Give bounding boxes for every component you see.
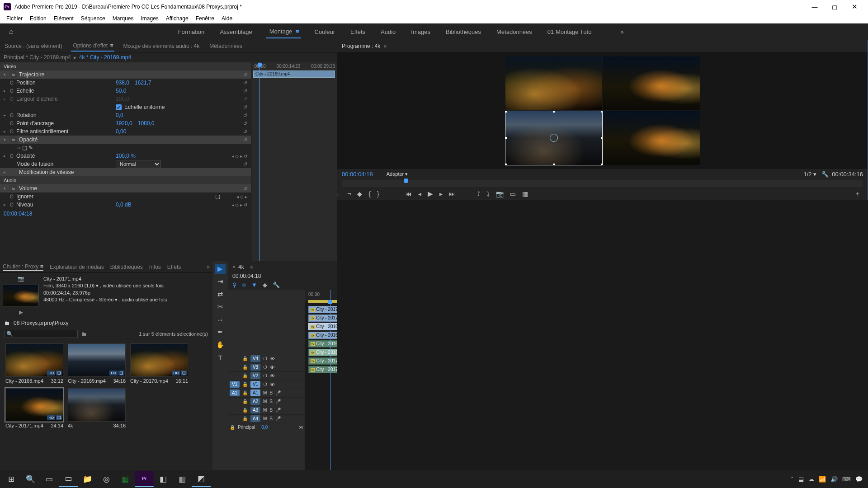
project-thumb[interactable]: HD❏	[5, 343, 63, 377]
sync-lock-icon[interactable]: ❍	[263, 365, 267, 370]
program-tab[interactable]: Programme : 4k ≡	[337, 40, 868, 52]
goto-out-icon[interactable]: }	[377, 190, 379, 197]
audio-track-header[interactable]: 🔒A2MS🎤	[228, 398, 305, 406]
lock-icon[interactable]: 🔒	[242, 408, 248, 413]
stopwatch-icon[interactable]: Ö	[10, 202, 16, 207]
tab-source[interactable]: Source : (sans élément)	[4, 41, 63, 51]
track-target[interactable]: V1	[250, 381, 260, 388]
menu-graphics[interactable]: Images	[137, 14, 162, 23]
track-target[interactable]: V4	[250, 355, 260, 362]
step-back-icon[interactable]: ◂	[418, 190, 421, 197]
sequence-tab[interactable]: 4k	[238, 264, 244, 270]
play-button[interactable]: ▶	[428, 190, 433, 198]
prop-rotation[interactable]: ▸Ö Rotation 0,0 ↺	[0, 111, 251, 119]
eye-icon[interactable]: 👁	[270, 373, 275, 379]
tb-calculator[interactable]: ▥	[173, 471, 192, 487]
prop-opacity-val[interactable]: ▸Ö Opacité 100,0 % ◂ ◇ ▸ ↺	[0, 152, 251, 160]
stopwatch-icon[interactable]: Ö	[10, 113, 16, 118]
prop-blend-mode[interactable]: Mode de fusion Normal ↺	[0, 160, 251, 168]
menu-sequence[interactable]: Séquence	[77, 14, 109, 23]
tray-dropbox-icon[interactable]: ⬓	[798, 476, 804, 483]
slip-tool[interactable]: ↔	[215, 314, 226, 324]
clips-area[interactable]: 00:0000:00:14:2300:00:29:2300:00:44:2200…	[305, 290, 337, 470]
tray-wifi-icon[interactable]: 📶	[819, 476, 826, 483]
ec-primary-clip[interactable]: Principal * City - 20169.mp4	[4, 54, 71, 61]
program-timecode[interactable]: 00:00:04:18	[342, 171, 373, 178]
export-frame-icon[interactable]: 📷	[496, 190, 504, 197]
zoom-select[interactable]: Adapter ▾	[387, 171, 408, 177]
stopwatch-icon[interactable]: Ö	[10, 80, 16, 85]
project-item[interactable]: 4k34:16	[68, 388, 126, 428]
ec-secondary-clip[interactable]: 4k * City - 20169.mp4	[79, 54, 131, 61]
stopwatch-icon[interactable]: Ö	[10, 121, 16, 126]
mask-tools[interactable]: ○ ▢ ✎	[0, 144, 251, 152]
track-select-tool[interactable]: ⇥	[215, 277, 226, 286]
ws-overflow-icon[interactable]: »	[618, 26, 625, 38]
ws-meta[interactable]: Métadonnées	[495, 26, 534, 38]
wrench-icon[interactable]: 🔧	[273, 282, 280, 288]
mark-in-icon[interactable]: ⌐	[337, 190, 341, 197]
audio-track-header[interactable]: 🔒A4MS🎤	[228, 415, 305, 423]
track-row[interactable]: fxCity - 20170.mp4 [V]	[305, 314, 337, 323]
track-row[interactable]: fxCity - 20169.mp4 [V]	[305, 323, 337, 331]
timeline-clip[interactable]: fxCity - 20168.mp4 [A]	[308, 340, 337, 347]
play-icon[interactable]: ▶	[19, 309, 23, 315]
task-view[interactable]: ▭	[40, 471, 59, 487]
quad-bottom-left-selected[interactable]	[505, 111, 602, 165]
scrubber-head[interactable]	[404, 178, 408, 183]
eye-icon[interactable]: 👁	[270, 356, 275, 361]
program-view[interactable]	[337, 52, 868, 169]
reset-icon[interactable]: ↺	[243, 129, 247, 135]
eye-icon[interactable]: 👁	[270, 382, 275, 387]
menu-clip[interactable]: Elément	[50, 14, 77, 23]
mute-icon[interactable]: M	[263, 416, 267, 421]
tb-excel[interactable]: ▦	[116, 471, 135, 487]
minimize-button[interactable]: —	[805, 0, 825, 13]
lock-icon[interactable]: 🔒	[242, 390, 248, 395]
voiceover-icon[interactable]: 🎤	[275, 416, 281, 421]
extract-icon[interactable]: ⤵	[486, 190, 490, 197]
lock-icon[interactable]: 🔒	[242, 356, 248, 361]
track-row[interactable]: fxCity - 20170.mp4 [A]	[305, 357, 337, 366]
lock-icon[interactable]: 🔒	[242, 399, 248, 404]
tb-folder[interactable]: 📁	[78, 471, 97, 487]
search-button[interactable]: 🔍	[21, 471, 40, 487]
button-editor-icon[interactable]: ＋	[854, 190, 861, 198]
timeline-timecode[interactable]: 00:00:04:18	[232, 273, 261, 279]
solo-icon[interactable]: S	[269, 416, 273, 421]
audio-track-header[interactable]: 🔒A3MS🎤	[228, 406, 305, 415]
reset-icon[interactable]: ↺	[243, 113, 247, 118]
timeline-clip[interactable]: fxCity - 20168.mp4 [V]	[308, 332, 337, 339]
track-target[interactable]: A3	[250, 407, 260, 413]
reset-icon[interactable]: ↺	[243, 137, 247, 143]
tab-info[interactable]: Infos	[149, 264, 161, 270]
voiceover-icon[interactable]: 🎤	[275, 408, 281, 413]
system-tray[interactable]: ˄ ⬓ ☁ 📶 🔊 ⌨ 💬	[791, 476, 866, 483]
go-end-icon[interactable]: ⏭	[449, 190, 455, 197]
work-area-bar[interactable]	[308, 300, 337, 303]
timeline-clip[interactable]: fxCity - 20171.mp4 [A]	[308, 366, 337, 373]
mute-icon[interactable]: M	[263, 408, 267, 413]
timeline-clip[interactable]: fxCity - 20170.mp4 [A]	[308, 357, 337, 365]
tray-notifications-icon[interactable]: 💬	[855, 476, 863, 483]
project-item[interactable]: HD❏City - 20171.mp424:14	[5, 388, 63, 428]
tb-explorer[interactable]: 🗀	[59, 471, 78, 487]
settings-icon[interactable]: ◆	[263, 282, 267, 288]
video-track-header[interactable]: 🔒V4❍👁	[228, 355, 305, 363]
menu-edit[interactable]: Edition	[26, 14, 50, 23]
track-target[interactable]: A1	[250, 389, 260, 396]
tab-effects[interactable]: Effets	[167, 264, 181, 270]
master-track[interactable]: 🔒Principal0,0⋈	[228, 423, 305, 432]
project-thumb[interactable]	[68, 388, 126, 422]
solo-icon[interactable]: S	[269, 390, 273, 395]
menu-view[interactable]: Affichage	[162, 14, 192, 23]
stopwatch-icon[interactable]: Ö	[10, 194, 16, 199]
track-target[interactable]: V3	[250, 364, 260, 371]
track-target[interactable]: A2	[250, 398, 260, 405]
add-marker-icon[interactable]: ◆	[357, 190, 362, 197]
tab-bin[interactable]: Chutier : Proxy ≡	[3, 263, 43, 271]
lock-icon[interactable]: 🔒	[242, 373, 248, 378]
comparison-icon[interactable]: ▭	[510, 190, 516, 197]
timeline-clip[interactable]: fxCity - 20170.mp4 [V]	[308, 314, 337, 322]
reset-icon[interactable]: ↺	[243, 161, 247, 167]
